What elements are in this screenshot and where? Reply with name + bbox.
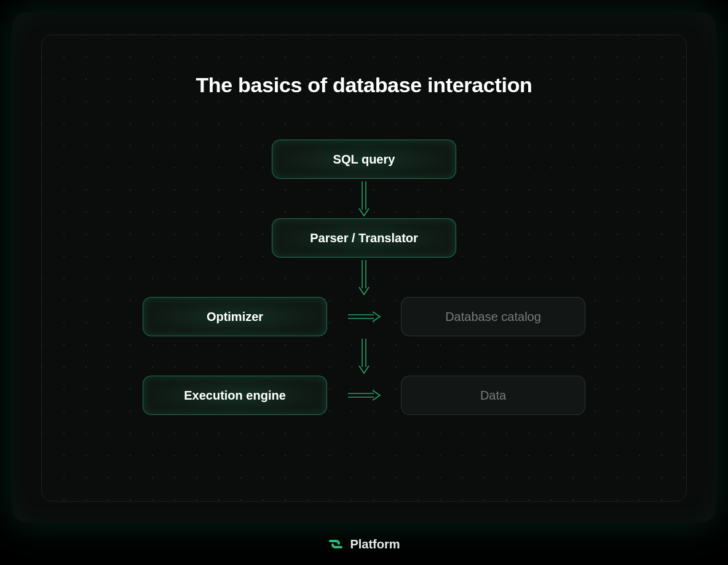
diagram-title: The basics of database interaction	[42, 73, 686, 97]
arrow-down-icon	[358, 258, 370, 297]
brand-name: Platform	[350, 537, 400, 551]
node-execution-engine: Execution engine	[143, 376, 327, 415]
brand-logo-icon	[328, 536, 344, 552]
arrow-down-icon	[358, 179, 370, 218]
node-sql-query: SQL query	[272, 140, 456, 179]
diagram-card: The basics of database interaction SQL q…	[12, 12, 716, 523]
node-label: Optimizer	[207, 310, 263, 324]
node-label: SQL query	[333, 152, 395, 167]
node-data: Data	[401, 376, 585, 415]
brand-footer: Platform	[328, 536, 400, 552]
node-optimizer: Optimizer	[143, 297, 327, 336]
node-parser-translator: Parser / Translator	[272, 218, 456, 258]
arrow-down-icon	[358, 336, 370, 376]
arrow-right-icon	[346, 389, 382, 401]
flow-diagram: SQL query Parser / Translator	[42, 140, 686, 415]
node-label: Database catalog	[445, 310, 541, 324]
node-label: Parser / Translator	[310, 231, 418, 245]
node-label: Execution engine	[184, 389, 286, 403]
node-label: Data	[480, 389, 506, 403]
diagram-panel: The basics of database interaction SQL q…	[41, 34, 687, 502]
node-database-catalog: Database catalog	[401, 297, 585, 336]
arrow-right-icon	[346, 310, 382, 323]
